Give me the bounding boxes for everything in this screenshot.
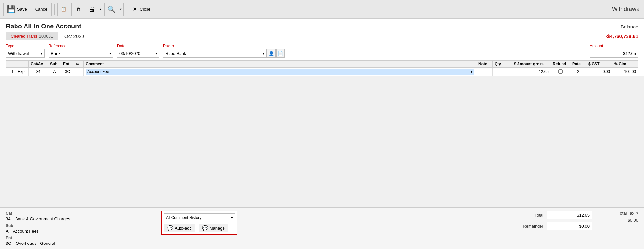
amount-label: Amount — [590, 44, 638, 48]
sub-row: Sub — [6, 223, 103, 228]
transaction-bar: Cleared Trans 100001 Oct 2020 -$4,760,73… — [6, 32, 638, 40]
sub-letter: A — [6, 229, 8, 233]
row-qty — [493, 68, 512, 76]
toolbar: 💾 Save Cancel 📋 🗑 🖨 ▾ 🔍 ▾ ✕ Close Withdr… — [0, 0, 644, 19]
main-content: Rabo All In One Account Balance Cleared … — [0, 19, 644, 76]
print-arrow-icon: ▾ — [98, 6, 103, 13]
attach-icon: 📋 — [61, 7, 66, 12]
ent-label: Ent — [6, 236, 12, 240]
remainder-row: Remainder — [518, 222, 592, 230]
row-cat: 34 — [29, 68, 48, 76]
col-header-refund: Refund — [551, 61, 570, 68]
row-amount: 12.65 — [512, 68, 551, 76]
pay-to-list-icon-btn[interactable]: 📄 — [276, 49, 285, 58]
cat-num: 34 — [6, 216, 10, 221]
reference-field-group: Reference Bank — [49, 44, 113, 58]
row-sub: A — [48, 68, 61, 76]
total-tax-value: $0.00 — [628, 218, 638, 222]
col-header-gst: $ GST — [586, 61, 612, 68]
cancel-button[interactable]: Cancel — [32, 3, 52, 16]
ent-code-row: 3C Overheads - General — [6, 241, 103, 246]
refund-checkbox[interactable] — [558, 69, 563, 74]
comment-history-select[interactable]: All Comment History — [164, 213, 235, 222]
sub-label: Sub — [6, 223, 13, 228]
col-header-note: Note — [476, 61, 493, 68]
month-label: Oct 2020 — [64, 33, 84, 39]
total-label: Total — [518, 213, 543, 218]
comment-actions: 💬 Auto-add 💬 Manage — [164, 224, 235, 232]
account-name: Rabo All In One Account — [6, 23, 81, 30]
sub-value: Account Fees — [13, 229, 39, 233]
col-header-qty: Qty — [493, 61, 512, 68]
comment-input[interactable] — [86, 69, 469, 75]
date-select[interactable]: 03/10/2020 — [117, 49, 159, 58]
cleared-label: Cleared Trans — [11, 34, 37, 38]
manage-icon: 💬 — [202, 225, 208, 231]
date-field-group: Date 03/10/2020 — [117, 44, 159, 58]
search-icon: 🔍 — [105, 3, 118, 16]
transaction-table: Cat/Ac Sub Ent ∞ Comment Note Qty $ Amou… — [6, 60, 638, 76]
auto-add-label: Auto-add — [175, 226, 192, 231]
date-select-wrapper: 03/10/2020 — [117, 49, 159, 58]
row-ent: 3C — [61, 68, 74, 76]
table-row: 1 Exp 34 A 3C ▾ 12.65 — [6, 68, 638, 76]
col-header-cat: Cat/Ac — [29, 61, 48, 68]
amount-input[interactable] — [590, 49, 638, 58]
row-clm: 100.00 — [612, 68, 638, 76]
total-tax-row: Total Tax ▾ — [618, 211, 638, 216]
cleared-trans-tab[interactable]: Cleared Trans 100001 — [6, 32, 58, 40]
search-button[interactable]: 🔍 ▾ — [104, 3, 124, 16]
total-tax-label: Total Tax — [618, 211, 634, 216]
remainder-label: Remainder — [518, 224, 543, 229]
pay-to-select[interactable]: Rabo Bank — [163, 49, 267, 58]
remainder-input[interactable] — [547, 222, 592, 230]
row-type: Exp — [16, 68, 29, 76]
total-tax-value-row: $0.00 — [628, 218, 638, 222]
total-input[interactable] — [547, 211, 592, 219]
balance-amount: -$4,760,738.61 — [606, 33, 638, 39]
type-label: Type — [6, 44, 45, 48]
cat-value: Bank & Government Charges — [15, 216, 70, 221]
type-select[interactable]: Withdrawal — [6, 49, 45, 58]
pay-to-select-wrapper: Rabo Bank — [163, 49, 267, 58]
total-row: Total — [518, 211, 592, 219]
account-header: Rabo All In One Account Balance — [6, 23, 638, 30]
auto-add-button[interactable]: 💬 Auto-add — [164, 224, 195, 232]
comment-dropdown-btn[interactable]: ▾ — [469, 69, 474, 75]
delete-button[interactable]: 🗑 — [71, 3, 84, 16]
col-header-sub: Sub — [48, 61, 61, 68]
divider-2 — [126, 4, 126, 15]
person-icon: 👤 — [269, 51, 274, 56]
comment-history-select-wrapper: All Comment History — [164, 213, 235, 222]
bottom-right: Total Remainder — [518, 211, 592, 230]
close-label: Close — [140, 7, 150, 12]
bottom-left: Cat 34 Bank & Government Charges Sub A A… — [6, 211, 103, 246]
attach-button[interactable]: 📋 — [57, 3, 70, 16]
reference-select-wrapper: Bank — [49, 49, 113, 58]
save-button[interactable]: 💾 Save — [3, 3, 30, 16]
list-icon: 📄 — [278, 51, 283, 56]
print-button[interactable]: 🖨 ▾ — [86, 3, 103, 16]
close-x-icon: ✕ — [133, 6, 137, 12]
manage-button[interactable]: 💬 Manage — [199, 224, 228, 232]
window-title: Withdrawal — [612, 6, 641, 13]
save-label: Save — [17, 7, 27, 12]
auto-add-icon: 💬 — [167, 225, 173, 231]
type-field-group: Type Withdrawal — [6, 44, 45, 58]
close-button[interactable]: ✕ Close — [129, 3, 154, 16]
table-container: Cat/Ac Sub Ent ∞ Comment Note Qty $ Amou… — [6, 60, 638, 76]
row-refund — [551, 68, 570, 76]
col-header-comment: Comment — [84, 61, 476, 68]
date-label: Date — [117, 44, 159, 48]
total-tax-dropdown-btn[interactable]: ▾ — [636, 211, 638, 215]
comment-history-box: All Comment History 💬 Auto-add 💬 Manage — [161, 211, 237, 235]
bottom-far-right: Total Tax ▾ $0.00 — [618, 211, 638, 222]
cat-row: Cat — [6, 211, 103, 216]
comment-cell-inner: ▾ — [86, 69, 474, 75]
col-header-type — [16, 61, 29, 68]
ent-code: 3C — [6, 241, 11, 246]
reference-select[interactable]: Bank — [49, 49, 113, 58]
pay-to-person-icon-btn[interactable]: 👤 — [267, 49, 276, 58]
row-num: 1 — [6, 68, 16, 76]
row-comment-cell[interactable]: ▾ — [84, 68, 476, 76]
